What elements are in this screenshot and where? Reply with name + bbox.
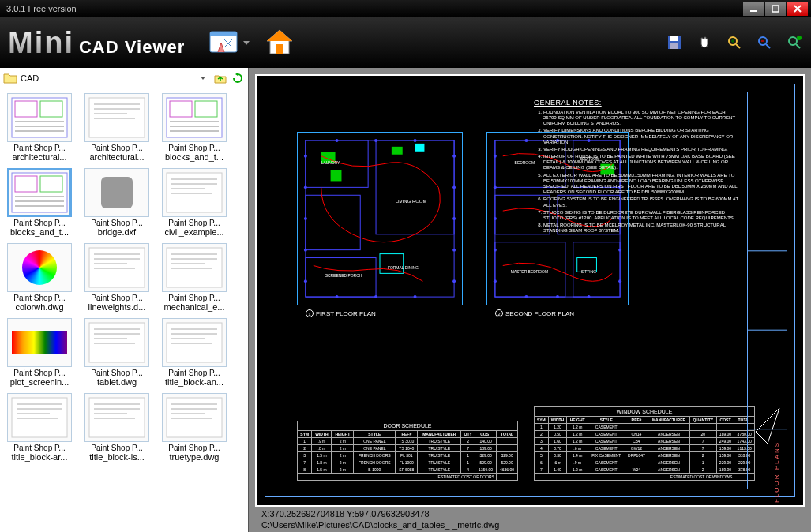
- svg-point-98: [336, 295, 339, 298]
- thumbnail-filename: tablet.dwg: [84, 377, 149, 387]
- thumbnail-preview: [84, 318, 149, 367]
- svg-point-129: [588, 295, 591, 298]
- thumbnail-type: Paint Shop P...: [84, 294, 149, 302]
- thumbnail-preview: [84, 243, 149, 292]
- thumbnail-filename: colorwh.dwg: [7, 302, 72, 312]
- thumbnail-filename: mechanical_e...: [162, 302, 227, 312]
- thumbnail-type: Paint Shop P...: [7, 219, 72, 227]
- toolbar: Mini CAD Viewer: [0, 17, 811, 68]
- thumbnail-preview: [162, 393, 227, 442]
- thumbnail-item[interactable]: Paint Shop P...title_block-is...: [82, 393, 152, 462]
- svg-point-97: [414, 139, 417, 142]
- thumbnail-type: Paint Shop P...: [7, 369, 72, 377]
- thumbnail-type: Paint Shop P...: [162, 444, 227, 452]
- svg-rect-78: [306, 195, 360, 249]
- thumbnail-item[interactable]: Paint Shop P...bridge.dxf: [82, 168, 152, 237]
- note-item: STUCCO SIDING IS TO BE DUROCRETE DUROWAL…: [543, 210, 739, 221]
- svg-point-10: [789, 37, 797, 45]
- up-folder-button[interactable]: [213, 71, 227, 85]
- note-item: ROOFING SYSTEM IS TO BE ENGINEERED TRUSS…: [543, 197, 739, 208]
- drawing-canvas[interactable]: LAUNDRY LIVING ROOM SCREENED PORCH FORMA…: [257, 76, 803, 505]
- drawing-border: LAUNDRY LIVING ROOM SCREENED PORCH FORMA…: [265, 84, 795, 497]
- thumbnail-item[interactable]: Paint Shop P...blocks_and_t...: [160, 93, 229, 162]
- close-button[interactable]: [787, 2, 808, 16]
- thumbnail-item[interactable]: Paint Shop P...civil_example...: [160, 168, 229, 237]
- thumbnail-preview: [162, 318, 227, 367]
- svg-point-89: [304, 279, 307, 283]
- thumbnail-type: Paint Shop P...: [84, 444, 149, 452]
- first-floor-label: 1FIRST FLOOR PLAN: [306, 309, 376, 317]
- thumbnail-item[interactable]: Paint Shop P...tablet.dwg: [82, 318, 152, 387]
- thumbnail-preview: [84, 393, 149, 442]
- svg-point-99: [374, 295, 377, 298]
- svg-point-96: [374, 139, 377, 142]
- thumbnail-item[interactable]: Paint Shop P...architectural...: [82, 93, 152, 162]
- thumbnail-item[interactable]: Paint Shop P...colorwh.dwg: [5, 243, 74, 312]
- thumbnail-preview: [162, 93, 227, 142]
- thumbnails-area[interactable]: Paint Shop P...architectural...Paint Sho…: [0, 88, 248, 532]
- svg-point-118: [494, 279, 497, 283]
- open-dropdown-icon[interactable]: [243, 41, 250, 45]
- note-item: VERIFY ROUGH OPENINGS AND FRAMING REQUIR…: [543, 147, 739, 152]
- note-item: FOUNDATION VENTILATION EQUAL TO 300 SQ M…: [543, 110, 739, 127]
- thumbnail-item[interactable]: Paint Shop P...mechanical_e...: [160, 243, 229, 312]
- svg-rect-84: [380, 254, 404, 274]
- svg-point-93: [452, 249, 456, 252]
- thumbnail-type: Paint Shop P...: [84, 369, 149, 377]
- thumbnail-filename: architectural...: [7, 152, 72, 162]
- breadcrumb: CAD: [0, 68, 248, 88]
- thumbnail-type: Paint Shop P...: [162, 294, 227, 302]
- thumbnail-filename: truetype.dwg: [162, 452, 227, 462]
- thumbnail-type: Paint Shop P...: [84, 144, 149, 152]
- pan-button[interactable]: [696, 34, 713, 51]
- svg-point-87: [304, 217, 307, 220]
- svg-point-114: [494, 155, 497, 158]
- thumbnail-item[interactable]: Paint Shop P...architectural...: [5, 93, 74, 162]
- thumbnail-filename: title_block-an...: [162, 377, 227, 387]
- first-floor-plan: LAUNDRY LIVING ROOM SCREENED PORCH FORMA…: [297, 132, 463, 305]
- thumbnail-preview: [7, 393, 72, 442]
- app-logo: Mini CAD Viewer: [8, 26, 185, 60]
- save-button[interactable]: [666, 34, 683, 51]
- svg-point-100: [414, 295, 417, 298]
- zoom-in-button[interactable]: [726, 34, 743, 51]
- thumbnail-preview: [7, 318, 72, 367]
- thumbnail-type: Paint Shop P...: [7, 144, 72, 152]
- zoom-extents-button[interactable]: [786, 34, 803, 51]
- open-file-button[interactable]: [208, 27, 240, 58]
- zoom-out-button[interactable]: [756, 34, 773, 51]
- svg-text:LAUNDRY: LAUNDRY: [321, 161, 340, 165]
- thumbnail-item[interactable]: Paint Shop P...plot_screenin...: [5, 318, 74, 387]
- svg-point-95: [336, 139, 339, 142]
- home-button[interactable]: [264, 27, 295, 58]
- second-floor-label: 2SECOND FLOOR PLAN: [495, 309, 574, 317]
- breadcrumb-dropdown-button[interactable]: [196, 71, 210, 85]
- thumbnail-item[interactable]: Paint Shop P...truetype.dwg: [160, 393, 229, 462]
- svg-point-116: [494, 217, 497, 220]
- thumbnail-preview: [162, 243, 227, 292]
- thumbnail-item[interactable]: Paint Shop P...title_block-ar...: [5, 393, 74, 462]
- thumbnail-filename: blocks_and_t...: [7, 227, 72, 237]
- minimize-button[interactable]: [743, 2, 764, 16]
- thumbnail-preview: [7, 93, 72, 142]
- thumbnail-type: Paint Shop P...: [162, 369, 227, 377]
- thumbnail-type: Paint Shop P...: [7, 294, 72, 302]
- svg-point-122: [618, 249, 621, 252]
- brand-name: Mini: [8, 26, 74, 60]
- refresh-button[interactable]: [231, 71, 245, 85]
- svg-rect-82: [392, 147, 403, 155]
- maximize-button[interactable]: [765, 2, 786, 16]
- thumbnail-filename: title_block-ar...: [7, 452, 72, 462]
- thumbnail-preview: [7, 243, 72, 292]
- svg-rect-81: [331, 170, 342, 182]
- svg-point-91: [452, 185, 456, 189]
- svg-point-115: [494, 185, 497, 189]
- door-schedule-table: DOOR SCHEDULE SYMWIDTHHEIGHTSTYLEREF#MAN…: [297, 421, 518, 481]
- thumbnail-filename: civil_example...: [162, 227, 227, 237]
- thumbnail-item[interactable]: Paint Shop P...blocks_and_t...: [5, 168, 74, 237]
- note-item: METAL ROOFING IS TO BE MCELROY METAL INC…: [543, 223, 739, 234]
- note-item: ALL EXTERIOR WALL ARE TO BE 50MMX150MM F…: [543, 173, 739, 196]
- thumbnail-item[interactable]: Paint Shop P...lineweights.d...: [82, 243, 152, 312]
- thumbnail-item[interactable]: Paint Shop P...title_block-an...: [160, 318, 229, 387]
- thumbnail-filename: bridge.dxf: [84, 227, 149, 237]
